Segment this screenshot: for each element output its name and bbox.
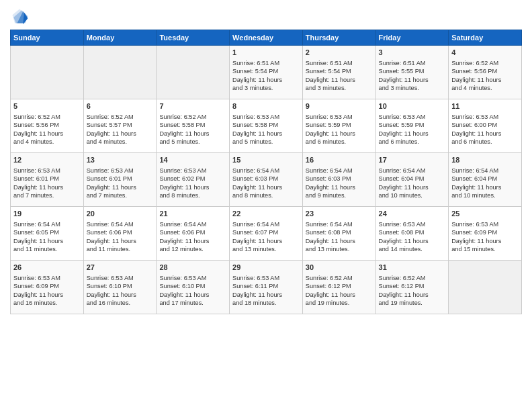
calendar-week-4: 19Sunrise: 6:54 AMSunset: 6:05 PMDayligh… [11, 207, 522, 261]
cell-info-line: and 6 minutes. [451, 138, 519, 146]
day-number: 25 [451, 209, 519, 219]
cell-content: 24Sunrise: 6:53 AMSunset: 6:08 PMDayligh… [379, 209, 446, 254]
cell-info-line: and 19 minutes. [379, 299, 446, 307]
cell-info-line: and 15 minutes. [451, 245, 519, 253]
cell-info-line: Sunset: 6:04 PM [451, 175, 519, 183]
day-number: 5 [13, 101, 81, 111]
day-number: 22 [232, 209, 300, 219]
cell-info-line: and 19 minutes. [306, 299, 373, 307]
cell-info-line: Sunrise: 6:53 AM [87, 167, 154, 175]
calendar-cell: 28Sunrise: 6:53 AMSunset: 6:10 PMDayligh… [157, 261, 230, 314]
cell-info-line: and 4 minutes. [13, 138, 81, 146]
page: SundayMondayTuesdayWednesdayThursdayFrid… [0, 0, 532, 411]
cell-info-line: and 3 minutes. [306, 84, 373, 92]
cell-info-line: Sunrise: 6:54 AM [159, 220, 226, 228]
cell-info-line: Daylight: 11 hours [159, 237, 226, 245]
calendar-cell: 21Sunrise: 6:54 AMSunset: 6:06 PMDayligh… [157, 207, 230, 261]
cell-info-line: Daylight: 11 hours [13, 130, 81, 138]
cell-info-line: and 3 minutes. [232, 84, 300, 92]
calendar-cell [83, 46, 157, 99]
cell-info-line: and 18 minutes. [232, 299, 300, 307]
day-number: 26 [13, 263, 81, 273]
calendar-cell: 12Sunrise: 6:53 AMSunset: 6:01 PMDayligh… [11, 153, 84, 207]
day-number: 18 [451, 155, 519, 165]
cell-info-line: Sunset: 6:06 PM [159, 228, 226, 236]
cell-content: 15Sunrise: 6:54 AMSunset: 6:03 PMDayligh… [232, 155, 300, 200]
cell-content: 17Sunrise: 6:54 AMSunset: 6:04 PMDayligh… [379, 155, 446, 200]
cell-info-line: Daylight: 11 hours [379, 76, 446, 84]
cell-info-line: Daylight: 11 hours [159, 291, 226, 299]
day-number: 12 [13, 155, 81, 165]
cell-content: 29Sunrise: 6:53 AMSunset: 6:11 PMDayligh… [232, 263, 300, 308]
cell-info-line: Sunrise: 6:54 AM [306, 167, 373, 175]
day-number: 4 [451, 48, 519, 58]
cell-info-line: Sunset: 5:58 PM [232, 121, 300, 129]
calendar-cell: 29Sunrise: 6:53 AMSunset: 6:11 PMDayligh… [230, 261, 303, 314]
calendar-cell: 26Sunrise: 6:53 AMSunset: 6:09 PMDayligh… [11, 261, 84, 314]
day-number: 15 [232, 155, 300, 165]
day-number: 14 [159, 155, 226, 165]
cell-info-line: Daylight: 11 hours [13, 237, 81, 245]
calendar-cell: 31Sunrise: 6:52 AMSunset: 6:12 PMDayligh… [375, 261, 449, 314]
calendar-cell: 30Sunrise: 6:52 AMSunset: 6:12 PMDayligh… [302, 261, 375, 314]
cell-info-line: Daylight: 11 hours [13, 291, 81, 299]
cell-info-line: Sunrise: 6:53 AM [13, 167, 81, 175]
cell-info-line: Daylight: 11 hours [232, 237, 300, 245]
day-number: 6 [87, 101, 154, 111]
calendar-cell: 16Sunrise: 6:54 AMSunset: 6:03 PMDayligh… [302, 153, 375, 207]
cell-content: 18Sunrise: 6:54 AMSunset: 6:04 PMDayligh… [451, 155, 519, 200]
weekday-header-tuesday: Tuesday [157, 30, 230, 46]
cell-content: 10Sunrise: 6:53 AMSunset: 5:59 PMDayligh… [379, 101, 446, 146]
cell-content: 20Sunrise: 6:54 AMSunset: 6:06 PMDayligh… [87, 209, 154, 254]
day-number: 11 [451, 101, 519, 111]
cell-info-line: Sunset: 6:05 PM [13, 228, 81, 236]
cell-info-line: and 10 minutes. [451, 191, 519, 199]
calendar-cell: 7Sunrise: 6:52 AMSunset: 5:58 PMDaylight… [157, 99, 230, 153]
cell-info-line: and 6 minutes. [306, 138, 373, 146]
calendar-cell [11, 46, 84, 99]
cell-info-line: Sunrise: 6:52 AM [13, 113, 81, 121]
day-number: 19 [13, 209, 81, 219]
cell-info-line: Sunrise: 6:53 AM [379, 220, 446, 228]
cell-info-line: Sunset: 6:11 PM [232, 282, 300, 290]
cell-content: 14Sunrise: 6:53 AMSunset: 6:02 PMDayligh… [159, 155, 226, 200]
weekday-row: SundayMondayTuesdayWednesdayThursdayFrid… [11, 30, 522, 46]
cell-info-line: and 11 minutes. [87, 245, 154, 253]
day-number: 16 [306, 155, 373, 165]
cell-info-line: Daylight: 11 hours [306, 76, 373, 84]
cell-info-line: and 9 minutes. [306, 191, 373, 199]
calendar-cell: 11Sunrise: 6:53 AMSunset: 6:00 PMDayligh… [449, 99, 522, 153]
calendar-cell: 23Sunrise: 6:54 AMSunset: 6:08 PMDayligh… [302, 207, 375, 261]
cell-info-line: Sunrise: 6:54 AM [13, 220, 81, 228]
cell-info-line: Sunrise: 6:53 AM [232, 113, 300, 121]
cell-info-line: Daylight: 11 hours [87, 291, 154, 299]
cell-info-line: Daylight: 11 hours [159, 130, 226, 138]
calendar-cell: 13Sunrise: 6:53 AMSunset: 6:01 PMDayligh… [83, 153, 157, 207]
cell-info-line: Daylight: 11 hours [87, 130, 154, 138]
cell-info-line: Sunset: 6:01 PM [13, 175, 81, 183]
cell-info-line: Sunset: 6:02 PM [159, 175, 226, 183]
cell-info-line: Sunrise: 6:53 AM [306, 113, 373, 121]
day-number: 2 [306, 48, 373, 58]
weekday-header-friday: Friday [375, 30, 449, 46]
cell-info-line: Sunrise: 6:54 AM [232, 220, 300, 228]
header [10, 7, 522, 26]
cell-info-line: and 13 minutes. [306, 245, 373, 253]
cell-info-line: Sunset: 5:55 PM [379, 67, 446, 75]
cell-content: 8Sunrise: 6:53 AMSunset: 5:58 PMDaylight… [232, 101, 300, 146]
calendar-week-5: 26Sunrise: 6:53 AMSunset: 6:09 PMDayligh… [11, 261, 522, 314]
cell-info-line: Sunrise: 6:52 AM [306, 274, 373, 282]
cell-info-line: Daylight: 11 hours [232, 76, 300, 84]
calendar-cell [157, 46, 230, 99]
cell-info-line: Sunrise: 6:53 AM [451, 220, 519, 228]
cell-info-line: Sunset: 5:58 PM [159, 121, 226, 129]
day-number: 27 [87, 263, 154, 273]
calendar-cell [449, 261, 522, 314]
day-number: 23 [306, 209, 373, 219]
day-number: 13 [87, 155, 154, 165]
cell-info-line: Sunset: 6:09 PM [451, 228, 519, 236]
cell-info-line: Sunset: 6:07 PM [232, 228, 300, 236]
cell-info-line: Sunrise: 6:52 AM [379, 274, 446, 282]
cell-info-line: Sunset: 6:01 PM [87, 175, 154, 183]
cell-content: 6Sunrise: 6:52 AMSunset: 5:57 PMDaylight… [87, 101, 154, 146]
